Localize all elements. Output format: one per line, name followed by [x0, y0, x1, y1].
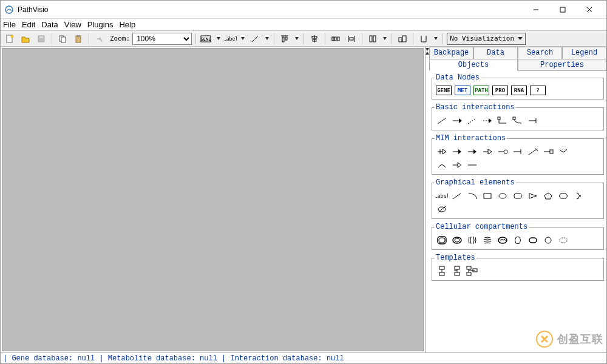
er-icon[interactable] [466, 235, 478, 246]
align-top-dropdown[interactable] [294, 33, 300, 45]
line-shape-icon[interactable] [451, 190, 463, 201]
separator [274, 33, 274, 44]
mim-binding-icon[interactable] [542, 146, 554, 157]
extracellular-icon[interactable] [557, 235, 569, 246]
svg-line-36 [438, 118, 446, 124]
pro-node-button[interactable]: PRO [492, 86, 508, 95]
tab-properties[interactable]: Properties [518, 59, 606, 71]
mim-cleavage-icon[interactable] [527, 146, 539, 157]
stack-v-button[interactable] [366, 33, 379, 45]
cellular-compartments-group: Cellular compartments [432, 223, 604, 250]
roundrect-shape-icon[interactable] [512, 190, 524, 201]
gene-tool-dropdown[interactable] [215, 33, 222, 45]
copy-button[interactable] [56, 33, 69, 45]
triangle-shape-icon[interactable] [527, 190, 539, 201]
svg-rect-24 [334, 37, 336, 41]
pathway-canvas[interactable] [2, 48, 424, 351]
align-center-h-button[interactable] [308, 33, 321, 45]
scale-button[interactable] [396, 33, 409, 45]
template-2-icon[interactable] [451, 266, 463, 277]
same-width-button[interactable] [345, 33, 358, 45]
menu-view[interactable]: View [64, 20, 81, 29]
tab-search[interactable]: Search [518, 47, 562, 59]
hexagon-shape-icon[interactable] [557, 190, 569, 201]
separator [362, 33, 362, 44]
mim-arrow2-icon[interactable] [466, 146, 478, 157]
mim-covalent-icon[interactable] [557, 146, 569, 157]
mim-inhibition-icon[interactable] [512, 146, 524, 157]
open-file-button[interactable] [19, 33, 32, 45]
menu-edit[interactable]: Edit [22, 20, 35, 29]
distribute-h-button[interactable] [329, 33, 342, 45]
unknown-node-button[interactable]: ? [530, 86, 546, 95]
mim-catalysis-icon[interactable] [497, 146, 509, 157]
tab-objects[interactable]: Objects [429, 59, 518, 71]
cell-icon[interactable] [436, 235, 448, 246]
dashed-line-icon[interactable] [466, 115, 478, 126]
line-icon[interactable] [436, 115, 448, 126]
new-file-button[interactable] [3, 33, 16, 45]
rna-node-button[interactable]: RNA [511, 86, 527, 95]
align-top-button[interactable] [278, 33, 291, 45]
tab-legend[interactable]: Legend [562, 47, 606, 59]
mitochondria-icon[interactable] [497, 235, 509, 246]
arc-shape-icon[interactable] [466, 190, 478, 201]
separator [52, 33, 52, 44]
menu-plugins[interactable]: Plugins [87, 20, 114, 29]
dashed-arrow-icon[interactable] [481, 115, 493, 126]
vesicle-icon[interactable] [542, 235, 554, 246]
menu-help[interactable]: Help [119, 20, 135, 29]
gene-tool[interactable]: GENE [200, 33, 213, 45]
svg-rect-12 [77, 35, 80, 37]
svg-rect-29 [370, 36, 372, 42]
tbar-icon[interactable] [527, 115, 539, 126]
menu-data[interactable]: Data [41, 20, 58, 29]
undo-button[interactable] [93, 33, 106, 45]
graphical-legend: Graphical elements [435, 178, 516, 187]
close-button[interactable] [576, 1, 603, 18]
mim-arrow-icon[interactable] [451, 146, 463, 157]
sarcoplasmic-icon[interactable] [512, 235, 524, 246]
stack-dropdown[interactable] [382, 33, 388, 45]
label-shape-button[interactable]: Label [436, 190, 448, 201]
paste-button[interactable] [72, 33, 85, 45]
label-tool[interactable]: Label [224, 33, 237, 45]
curve-icon[interactable] [512, 115, 524, 126]
minimize-button[interactable] [523, 1, 549, 18]
tab-data[interactable]: Data [473, 47, 518, 59]
watermark-logo-icon [535, 330, 554, 348]
organelle-icon[interactable] [527, 235, 539, 246]
template-1-icon[interactable] [436, 266, 448, 277]
pentagon-shape-icon[interactable] [542, 190, 554, 201]
group-dropdown[interactable] [433, 33, 439, 45]
template-3-icon[interactable] [466, 266, 478, 277]
tab-backpage[interactable]: Backpage [429, 47, 473, 59]
arrow-icon[interactable] [451, 115, 463, 126]
svg-rect-74 [439, 266, 444, 269]
zoom-select[interactable]: 100% [132, 33, 192, 45]
watermark: 创盈互联 [535, 330, 603, 348]
save-button[interactable] [35, 33, 48, 45]
brace-shape-icon[interactable] [572, 190, 585, 201]
met-node-button[interactable]: MET [455, 86, 470, 95]
mim-conversion-icon[interactable] [481, 146, 493, 157]
elbow-icon[interactable] [497, 115, 509, 126]
oval-shape-icon[interactable] [497, 190, 509, 201]
gene-node-button[interactable]: GENE [436, 86, 452, 95]
hidden-oval-icon[interactable] [436, 204, 448, 215]
visualization-select[interactable]: No Visualization [447, 33, 526, 45]
group-button[interactable] [417, 33, 430, 45]
golgi-icon[interactable] [481, 235, 493, 246]
path-node-button[interactable]: PATH [473, 86, 489, 95]
mim-gap-icon[interactable] [436, 160, 448, 170]
nucleus-icon[interactable] [451, 235, 463, 246]
rect-shape-icon[interactable] [481, 190, 493, 201]
line-tool[interactable] [248, 33, 262, 45]
mim-necessary-icon[interactable] [436, 146, 448, 157]
label-tool-dropdown[interactable] [240, 33, 246, 45]
menu-file[interactable]: File [3, 20, 16, 29]
mim-trans-icon[interactable] [451, 160, 463, 170]
maximize-button[interactable] [549, 1, 576, 18]
line-tool-dropdown[interactable] [264, 33, 270, 45]
mim-line-icon[interactable] [466, 160, 478, 170]
